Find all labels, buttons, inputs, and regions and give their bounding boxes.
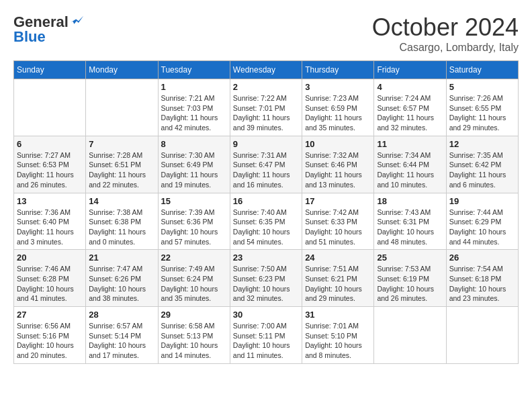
day-info: Sunrise: 7:38 AM Sunset: 6:38 PM Dayligh… [89,208,154,247]
calendar-cell: 6Sunrise: 7:27 AM Sunset: 6:53 PM Daylig… [14,136,86,193]
calendar-cell: 29Sunrise: 6:58 AM Sunset: 5:13 PM Dayli… [158,307,230,364]
day-number: 19 [449,196,515,206]
day-number: 16 [233,196,299,206]
day-number: 31 [305,310,371,320]
calendar-cell: 2Sunrise: 7:22 AM Sunset: 7:01 PM Daylig… [230,79,302,136]
day-number: 26 [449,253,515,263]
weekday-header: Sunday [14,61,86,79]
weekday-header: Monday [86,61,158,79]
calendar-cell: 26Sunrise: 7:54 AM Sunset: 6:18 PM Dayli… [446,250,518,307]
day-info: Sunrise: 7:23 AM Sunset: 6:59 PM Dayligh… [305,93,371,133]
calendar-cell: 17Sunrise: 7:42 AM Sunset: 6:33 PM Dayli… [302,193,374,250]
day-info: Sunrise: 7:54 AM Sunset: 6:18 PM Dayligh… [449,264,515,304]
day-info: Sunrise: 7:46 AM Sunset: 6:28 PM Dayligh… [17,264,83,304]
day-number: 17 [305,196,371,206]
logo-blue-text: Blue [13,28,46,46]
calendar-cell: 20Sunrise: 7:46 AM Sunset: 6:28 PM Dayli… [14,250,86,307]
day-info: Sunrise: 7:44 AM Sunset: 6:29 PM Dayligh… [449,208,515,247]
calendar-cell: 5Sunrise: 7:26 AM Sunset: 6:55 PM Daylig… [446,79,518,136]
day-info: Sunrise: 7:36 AM Sunset: 6:40 PM Dayligh… [17,208,83,247]
calendar-cell: 28Sunrise: 6:57 AM Sunset: 5:14 PM Dayli… [86,307,158,364]
calendar-cell: 12Sunrise: 7:35 AM Sunset: 6:42 PM Dayli… [446,136,518,193]
day-number: 21 [89,253,154,263]
weekday-header: Friday [374,61,446,79]
day-number: 12 [449,139,515,149]
title-area: October 2024 Casargo, Lombardy, Italy [372,13,519,54]
calendar-cell [14,79,86,136]
day-info: Sunrise: 7:53 AM Sunset: 6:19 PM Dayligh… [377,264,443,304]
day-number: 20 [17,253,83,263]
day-number: 24 [305,253,371,263]
day-number: 9 [233,139,299,149]
day-info: Sunrise: 7:28 AM Sunset: 6:51 PM Dayligh… [89,150,154,190]
day-number: 6 [17,139,83,149]
day-info: Sunrise: 7:49 AM Sunset: 6:24 PM Dayligh… [161,264,227,304]
calendar-cell: 23Sunrise: 7:50 AM Sunset: 6:23 PM Dayli… [230,250,302,307]
calendar-cell: 16Sunrise: 7:40 AM Sunset: 6:35 PM Dayli… [230,193,302,250]
calendar-cell: 7Sunrise: 7:28 AM Sunset: 6:51 PM Daylig… [86,136,158,193]
day-number: 30 [233,310,299,320]
weekday-header: Thursday [302,61,374,79]
calendar-cell [86,79,158,136]
month-title: October 2024 [372,13,519,42]
calendar-cell: 8Sunrise: 7:30 AM Sunset: 6:49 PM Daylig… [158,136,230,193]
day-number: 5 [449,82,515,92]
weekday-header: Wednesday [230,61,302,79]
day-number: 4 [377,82,443,92]
day-info: Sunrise: 7:40 AM Sunset: 6:35 PM Dayligh… [233,208,299,247]
day-info: Sunrise: 7:42 AM Sunset: 6:33 PM Dayligh… [305,208,371,247]
logo: General Blue [13,13,85,46]
calendar-cell: 11Sunrise: 7:34 AM Sunset: 6:44 PM Dayli… [374,136,446,193]
page-header: General Blue October 2024 Casargo, Lomba… [13,13,519,54]
calendar-cell: 10Sunrise: 7:32 AM Sunset: 6:46 PM Dayli… [302,136,374,193]
logo-bird-icon [70,15,85,30]
day-number: 1 [161,82,227,92]
day-number: 25 [377,253,443,263]
calendar-cell: 9Sunrise: 7:31 AM Sunset: 6:47 PM Daylig… [230,136,302,193]
day-info: Sunrise: 7:24 AM Sunset: 6:57 PM Dayligh… [377,93,443,133]
calendar-week-row: 27Sunrise: 6:56 AM Sunset: 5:16 PM Dayli… [14,307,519,364]
calendar-cell: 4Sunrise: 7:24 AM Sunset: 6:57 PM Daylig… [374,79,446,136]
calendar-cell: 18Sunrise: 7:43 AM Sunset: 6:31 PM Dayli… [374,193,446,250]
calendar-cell: 14Sunrise: 7:38 AM Sunset: 6:38 PM Dayli… [86,193,158,250]
location-text: Casargo, Lombardy, Italy [372,42,519,54]
day-info: Sunrise: 6:56 AM Sunset: 5:16 PM Dayligh… [17,321,83,361]
day-info: Sunrise: 7:27 AM Sunset: 6:53 PM Dayligh… [17,150,83,190]
day-number: 8 [161,139,227,149]
day-info: Sunrise: 7:30 AM Sunset: 6:49 PM Dayligh… [161,150,227,190]
day-info: Sunrise: 7:51 AM Sunset: 6:21 PM Dayligh… [305,264,371,304]
calendar-cell [446,307,518,364]
day-info: Sunrise: 7:21 AM Sunset: 7:03 PM Dayligh… [161,93,227,133]
day-number: 18 [377,196,443,206]
calendar-cell: 15Sunrise: 7:39 AM Sunset: 6:36 PM Dayli… [158,193,230,250]
day-info: Sunrise: 7:32 AM Sunset: 6:46 PM Dayligh… [305,150,371,190]
day-info: Sunrise: 7:47 AM Sunset: 6:26 PM Dayligh… [89,264,154,304]
calendar-cell: 1Sunrise: 7:21 AM Sunset: 7:03 PM Daylig… [158,79,230,136]
day-number: 27 [17,310,83,320]
calendar-week-row: 20Sunrise: 7:46 AM Sunset: 6:28 PM Dayli… [14,250,519,307]
calendar-cell: 31Sunrise: 7:01 AM Sunset: 5:10 PM Dayli… [302,307,374,364]
weekday-header: Tuesday [158,61,230,79]
day-info: Sunrise: 6:58 AM Sunset: 5:13 PM Dayligh… [161,321,227,361]
day-number: 7 [89,139,154,149]
day-number: 22 [161,253,227,263]
day-number: 3 [305,82,371,92]
day-info: Sunrise: 7:01 AM Sunset: 5:10 PM Dayligh… [305,321,371,361]
day-info: Sunrise: 7:26 AM Sunset: 6:55 PM Dayligh… [449,93,515,133]
day-number: 14 [89,196,154,206]
day-info: Sunrise: 7:43 AM Sunset: 6:31 PM Dayligh… [377,208,443,247]
day-number: 15 [161,196,227,206]
calendar-cell: 30Sunrise: 7:00 AM Sunset: 5:11 PM Dayli… [230,307,302,364]
day-info: Sunrise: 7:35 AM Sunset: 6:42 PM Dayligh… [449,150,515,190]
calendar-cell: 19Sunrise: 7:44 AM Sunset: 6:29 PM Dayli… [446,193,518,250]
day-number: 23 [233,253,299,263]
day-number: 29 [161,310,227,320]
day-info: Sunrise: 7:39 AM Sunset: 6:36 PM Dayligh… [161,208,227,247]
calendar-cell: 3Sunrise: 7:23 AM Sunset: 6:59 PM Daylig… [302,79,374,136]
day-info: Sunrise: 7:22 AM Sunset: 7:01 PM Dayligh… [233,93,299,133]
calendar-cell: 22Sunrise: 7:49 AM Sunset: 6:24 PM Dayli… [158,250,230,307]
calendar-cell: 21Sunrise: 7:47 AM Sunset: 6:26 PM Dayli… [86,250,158,307]
day-number: 2 [233,82,299,92]
calendar-header-row: SundayMondayTuesdayWednesdayThursdayFrid… [14,61,519,79]
day-info: Sunrise: 7:00 AM Sunset: 5:11 PM Dayligh… [233,321,299,361]
